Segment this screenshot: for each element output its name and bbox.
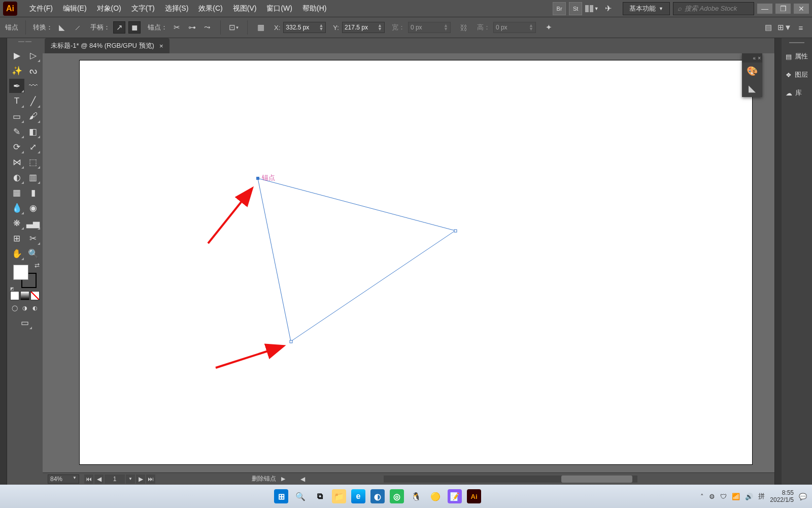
- handle-show-icon[interactable]: ↗: [113, 21, 125, 34]
- artboard-dd[interactable]: ▼: [126, 474, 135, 484]
- draw-normal[interactable]: ◯: [10, 303, 19, 312]
- ime-icon[interactable]: 拼: [758, 492, 765, 501]
- panel-layers[interactable]: ❖图层: [782, 66, 812, 84]
- isolate-icon[interactable]: ⊡▼: [228, 21, 240, 34]
- type-tool[interactable]: T: [9, 94, 24, 108]
- close-tab-icon[interactable]: ×: [159, 42, 163, 50]
- tray-defender-icon[interactable]: 🛡: [720, 493, 727, 500]
- direct-selection-tool[interactable]: ▷: [25, 48, 41, 62]
- menu-item[interactable]: 文字(T): [126, 1, 160, 16]
- mesh-tool[interactable]: ▦: [9, 185, 24, 200]
- scale-tool[interactable]: ⤢: [25, 140, 41, 154]
- arrange-docs-icon[interactable]: ▼: [585, 2, 598, 15]
- align-icon[interactable]: ▤: [762, 21, 774, 34]
- eraser-tool[interactable]: ◧: [25, 124, 41, 139]
- none-swatch[interactable]: [30, 291, 40, 300]
- gpu-icon[interactable]: ✈: [601, 2, 615, 15]
- width-tool[interactable]: ⋈: [9, 155, 24, 169]
- ref-point-icon[interactable]: ▦: [255, 21, 267, 34]
- hand-tool[interactable]: ✋: [9, 246, 24, 261]
- magic-wand-tool[interactable]: ✨: [9, 64, 24, 78]
- artboard-number[interactable]: 1: [105, 474, 125, 484]
- window-restore[interactable]: ❐: [775, 4, 791, 14]
- slice-tool[interactable]: ✂: [25, 231, 41, 245]
- notifications-icon[interactable]: 💬: [799, 493, 807, 500]
- anchor-connect-icon[interactable]: ⊶: [186, 21, 198, 34]
- browser2-icon[interactable]: ◐: [370, 489, 385, 503]
- menu-item[interactable]: 对象(O): [92, 1, 126, 16]
- y-input[interactable]: 217.5 px▲▼: [342, 22, 385, 33]
- 360-icon[interactable]: ◎: [390, 489, 404, 503]
- column-graph-tool[interactable]: ▃▅: [25, 216, 41, 230]
- menu-item[interactable]: 窗口(W): [261, 1, 297, 16]
- draw-inside[interactable]: ◐: [30, 303, 40, 312]
- eyedropper-tool[interactable]: 💧: [9, 201, 24, 215]
- stock-icon[interactable]: St: [569, 2, 582, 15]
- convert-corner-icon[interactable]: ◣: [56, 21, 68, 34]
- close-icon[interactable]: ×: [758, 55, 761, 61]
- gradient-tool[interactable]: ▮: [25, 185, 41, 200]
- tray-chevron-icon[interactable]: ˄: [700, 493, 704, 500]
- rotate-tool[interactable]: ⟳: [9, 140, 24, 154]
- floating-panel[interactable]: «× 🎨 ◣: [742, 53, 762, 97]
- tray-settings-icon[interactable]: ⚙: [709, 493, 715, 500]
- line-tool[interactable]: ╱: [25, 94, 41, 108]
- rectangle-tool[interactable]: ▭: [9, 109, 24, 123]
- menu-item[interactable]: 文件(F): [24, 1, 58, 16]
- draw-behind[interactable]: ◑: [20, 303, 29, 312]
- h-scrollbar[interactable]: [384, 475, 637, 483]
- document-tab[interactable]: 未标题-1* @ 84% (RGB/GPU 预览) ×: [45, 38, 170, 53]
- next-artboard[interactable]: ▶: [136, 474, 145, 484]
- first-artboard[interactable]: ⏮: [84, 474, 93, 484]
- workspace-switcher[interactable]: 基本功能 ▼: [623, 2, 670, 15]
- artboard-tool[interactable]: ⊞: [9, 231, 24, 245]
- window-minimize[interactable]: —: [757, 4, 772, 14]
- qq-icon[interactable]: 🐧: [409, 489, 423, 503]
- illustrator-task-icon[interactable]: Ai: [467, 489, 481, 503]
- convert-smooth-icon[interactable]: ⟋: [71, 21, 83, 34]
- more-options-icon[interactable]: ≡: [795, 21, 807, 34]
- search-adobe-stock[interactable]: ⌕ 搜索 Adobe Stock: [673, 2, 754, 15]
- reshape-icon[interactable]: ✦: [543, 21, 555, 34]
- window-close[interactable]: ✕: [794, 4, 809, 14]
- collapse-icon[interactable]: «: [753, 55, 756, 61]
- lasso-tool[interactable]: ᔓ: [25, 64, 41, 78]
- artboard[interactable]: 锚点: [80, 60, 752, 464]
- toolbar-handle[interactable]: [15, 41, 35, 45]
- explorer-icon[interactable]: 📁: [332, 489, 346, 503]
- zoom-input[interactable]: 84%▼: [48, 474, 79, 484]
- chrome-icon[interactable]: 🟡: [428, 489, 443, 503]
- menu-item[interactable]: 帮助(H): [297, 1, 331, 16]
- right-panel-handle[interactable]: [782, 38, 812, 47]
- x-input[interactable]: 332.5 px▲▼: [283, 22, 326, 33]
- clock[interactable]: 8:552022/1/5: [770, 489, 794, 503]
- bridge-icon[interactable]: Br: [553, 2, 566, 15]
- menu-item[interactable]: 选择(S): [160, 1, 194, 16]
- fill-stroke-swatch[interactable]: ⇄◩: [13, 265, 37, 288]
- start-icon[interactable]: ⊞: [274, 489, 288, 503]
- screen-mode-tool[interactable]: ▭: [17, 315, 32, 330]
- shaper-tool[interactable]: ✎: [9, 124, 24, 139]
- swatches-panel-icon[interactable]: ◣: [742, 80, 762, 97]
- pen-tool[interactable]: ✒: [9, 79, 24, 93]
- last-artboard[interactable]: ⏭: [146, 474, 155, 484]
- color-swatch[interactable]: [10, 291, 19, 300]
- search-task-icon[interactable]: 🔍: [293, 489, 308, 503]
- handle-hide-icon[interactable]: ◼: [128, 21, 141, 34]
- notes-icon[interactable]: 📝: [448, 489, 462, 503]
- perspective-tool[interactable]: ▥: [25, 170, 41, 184]
- blend-tool[interactable]: ◉: [25, 201, 41, 215]
- panel-libraries[interactable]: ☁库: [782, 84, 812, 102]
- edge-icon[interactable]: e: [351, 489, 365, 503]
- free-transform-tool[interactable]: ⬚: [25, 155, 41, 169]
- gradient-swatch[interactable]: [20, 291, 29, 300]
- menu-item[interactable]: 效果(C): [193, 1, 227, 16]
- shape-builder-tool[interactable]: ◐: [9, 170, 24, 184]
- curvature-tool[interactable]: 〰: [25, 79, 41, 93]
- anchor-remove-icon[interactable]: ✂: [171, 21, 183, 34]
- anchor-cut-icon[interactable]: ⤳: [201, 21, 213, 34]
- network-icon[interactable]: 📶: [732, 493, 740, 500]
- menu-item[interactable]: 视图(V): [228, 1, 262, 16]
- volume-icon[interactable]: 🔊: [745, 493, 753, 500]
- menu-item[interactable]: 编辑(E): [58, 1, 92, 16]
